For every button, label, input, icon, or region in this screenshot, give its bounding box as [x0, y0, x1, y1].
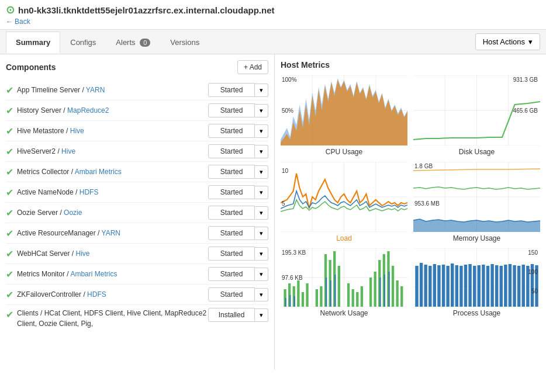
status-dropdown-11[interactable]: ▾ [255, 288, 268, 301]
disk-chart: 931.3 GB 465.6 GB [413, 75, 540, 145]
memory-card: 1.8 GB 953.6 MB [413, 162, 540, 242]
status-dropdown-10[interactable]: ▾ [255, 268, 268, 281]
component-link-4[interactable]: Hive [61, 147, 75, 155]
clients-status-button[interactable]: Installed [208, 308, 255, 322]
memory-label: Memory Usage [413, 234, 540, 242]
status-button-11[interactable]: Started [208, 287, 255, 301]
component-name-9: WebHCat Server / Hive [17, 249, 208, 258]
cpu-label-top: 100% [282, 77, 297, 83]
metrics-title: Host Metrics [281, 60, 540, 70]
process-label: Process Usage [413, 309, 540, 317]
svg-rect-63 [379, 277, 381, 307]
svg-rect-50 [374, 272, 376, 307]
cpu-label: CPU Usage [281, 148, 407, 156]
status-dropdown-9[interactable]: ▾ [255, 247, 268, 261]
status-group-11: Started ▾ [208, 287, 268, 301]
network-label-mid: 97.6 KB [282, 275, 303, 281]
tab-summary[interactable]: Summary [6, 32, 60, 53]
status-icon-8: ✔ [6, 228, 13, 239]
svg-rect-80 [446, 266, 449, 307]
svg-rect-56 [400, 286, 403, 307]
component-name-1: App Timeline Server / YARN [17, 86, 208, 94]
tab-configs[interactable]: Configs [60, 32, 106, 53]
status-icon-3: ✔ [6, 126, 13, 137]
disk-label: Disk Usage [413, 148, 540, 156]
svg-rect-89 [486, 266, 489, 307]
svg-rect-37 [302, 292, 304, 307]
status-button-5[interactable]: Started [208, 165, 255, 179]
svg-rect-81 [451, 263, 454, 307]
svg-rect-79 [442, 265, 445, 307]
component-link-6[interactable]: HDFS [80, 188, 99, 196]
metrics-grid: 100% 50% [281, 75, 540, 317]
component-name-6: Active NameNode / HDFS [17, 188, 208, 196]
clients-status-dropdown[interactable]: ▾ [255, 308, 268, 322]
status-dropdown-1[interactable]: ▾ [255, 84, 268, 97]
status-button-7[interactable]: Started [208, 206, 255, 220]
component-name-3: Hive Metastore / Hive [17, 127, 208, 135]
component-link-5[interactable]: Ambari Metrics [75, 168, 122, 176]
status-dropdown-5[interactable]: ▾ [255, 165, 268, 179]
component-link-2[interactable]: MapReduce2 [67, 106, 109, 115]
status-button-1[interactable]: Started [208, 83, 255, 97]
list-item: ✔ Metrics Monitor / Ambari Metrics Start… [6, 264, 268, 285]
network-usage-label: Network Usage [281, 309, 407, 317]
cpu-label-mid: 50% [282, 107, 293, 114]
component-link-9[interactable]: Hive [76, 249, 90, 258]
status-dropdown-6[interactable]: ▾ [255, 186, 268, 199]
status-dropdown-7[interactable]: ▾ [255, 206, 268, 220]
status-group-4: Started ▾ [208, 144, 268, 158]
component-name-7: Oozie Server / Oozie [17, 209, 208, 217]
svg-rect-95 [513, 265, 516, 307]
svg-rect-58 [289, 295, 291, 307]
add-component-button[interactable]: + Add [237, 60, 268, 74]
svg-rect-97 [522, 265, 525, 307]
svg-rect-49 [369, 277, 372, 307]
components-title: Components [6, 63, 56, 72]
status-dropdown-4[interactable]: ▾ [255, 145, 268, 158]
svg-rect-47 [356, 292, 358, 307]
status-button-3[interactable]: Started [208, 124, 255, 138]
component-link-7[interactable]: Oozie [64, 209, 82, 217]
main-content: Components + Add ✔ App Timeline Server /… [0, 54, 546, 370]
status-group-9: Started ▾ [208, 247, 268, 261]
status-button-2[interactable]: Started [208, 103, 255, 117]
back-arrow-icon: ← [6, 18, 13, 26]
status-group-3: Started ▾ [208, 124, 268, 138]
back-link[interactable]: ← Back [6, 18, 30, 26]
cpu-usage-card: 100% 50% [281, 75, 407, 156]
svg-rect-91 [495, 265, 498, 307]
tabs-left: Summary Configs Alerts 0 Versions [6, 32, 209, 53]
network-label-top: 195.3 KB [282, 249, 306, 256]
status-button-9[interactable]: Started [208, 247, 255, 261]
list-item: ✔ History Server / MapReduce2 Started ▾ [6, 100, 268, 121]
svg-rect-40 [320, 286, 322, 307]
process-label-bot: 50 [531, 288, 538, 294]
list-item: ✔ Active ResourceManager / YARN Started … [6, 223, 268, 244]
status-dropdown-2[interactable]: ▾ [255, 104, 268, 117]
tab-alerts[interactable]: Alerts 0 [106, 32, 160, 53]
status-icon-6: ✔ [6, 187, 13, 198]
svg-rect-77 [433, 264, 436, 307]
status-button-6[interactable]: Started [208, 185, 255, 199]
svg-rect-54 [392, 266, 394, 307]
svg-rect-62 [334, 275, 336, 307]
status-button-10[interactable]: Started [208, 267, 255, 281]
status-icon-9: ✔ [6, 248, 13, 259]
status-button-4[interactable]: Started [208, 144, 255, 158]
component-link-3[interactable]: Hive [70, 127, 84, 135]
component-link-11[interactable]: HDFS [87, 290, 106, 299]
component-link-8[interactable]: YARN [102, 229, 120, 237]
top-bar: ⊙ hn0-kk33li.tknktdett55ejelr01azzrfsrc.… [0, 0, 546, 30]
component-name-11: ZKFailoverController / HDFS [17, 290, 208, 299]
status-button-8[interactable]: Started [208, 226, 255, 240]
status-dropdown-3[interactable]: ▾ [255, 124, 268, 138]
component-link-1[interactable]: YARN [86, 86, 105, 94]
svg-rect-55 [396, 280, 398, 307]
svg-rect-88 [482, 265, 485, 307]
tab-versions[interactable]: Versions [160, 32, 209, 53]
host-actions-button[interactable]: Host Actions ▾ [475, 33, 540, 50]
component-link-10[interactable]: Ambari Metrics [70, 270, 117, 278]
status-dropdown-8[interactable]: ▾ [255, 227, 268, 240]
svg-rect-39 [316, 289, 318, 307]
